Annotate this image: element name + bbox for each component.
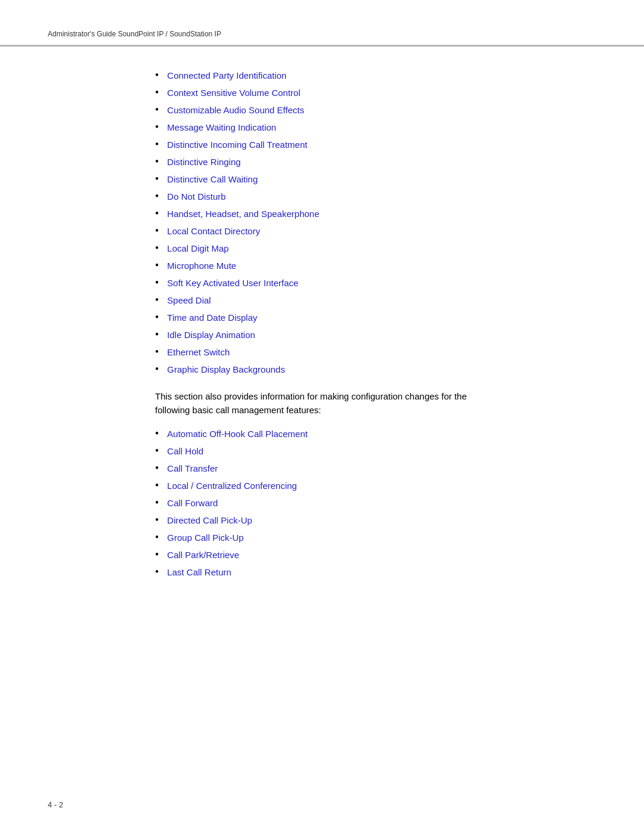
bullet-dot: • <box>155 462 159 475</box>
bullet-dot: • <box>155 363 159 376</box>
bullet-dot: • <box>155 208 159 220</box>
bullet-dot: • <box>155 86 159 99</box>
bullet-dot: • <box>155 69 159 82</box>
list-item: •Context Sensitive Volume Control <box>155 88 489 99</box>
bullet-dot: • <box>155 225 159 237</box>
feature-link[interactable]: Idle Display Animation <box>167 330 255 340</box>
feature-link[interactable]: Graphic Display Backgrounds <box>167 364 285 374</box>
list-item: •Handset, Headset, and Speakerphone <box>155 209 489 220</box>
feature-link[interactable]: Customizable Audio Sound Effects <box>167 105 304 115</box>
bullet-dot: • <box>155 566 159 578</box>
feature-link[interactable]: Microphone Mute <box>167 261 236 271</box>
bullet-dot: • <box>155 104 159 116</box>
list-item: •Call Forward <box>155 498 489 509</box>
bullet-dot: • <box>155 445 159 457</box>
feature-link[interactable]: Time and Date Display <box>167 312 257 323</box>
list-item: •Connected Party Identification <box>155 70 489 82</box>
feature-link[interactable]: Local Digit Map <box>167 243 228 253</box>
bullet-dot: • <box>155 428 159 440</box>
feature-link[interactable]: Do Not Disturb <box>167 191 225 202</box>
bullet-dot: • <box>155 121 159 134</box>
bullet-dot: • <box>155 138 159 151</box>
feature-link[interactable]: Call Park/Retrieve <box>167 550 239 560</box>
list-item: •Ethernet Switch <box>155 347 489 358</box>
bullet-dot: • <box>155 514 159 527</box>
list-item: •Time and Date Display <box>155 312 489 324</box>
list-item: •Idle Display Animation <box>155 330 489 341</box>
feature-link[interactable]: Ethernet Switch <box>167 347 230 357</box>
bullet-dot: • <box>155 242 159 255</box>
list-item: •Distinctive Call Waiting <box>155 174 489 185</box>
list-item: •Call Park/Retrieve <box>155 550 489 561</box>
feature-link[interactable]: Distinctive Call Waiting <box>167 174 258 184</box>
feature-link[interactable]: Distinctive Ringing <box>167 157 240 167</box>
bullet-dot: • <box>155 329 159 341</box>
feature-link[interactable]: Group Call Pick-Up <box>167 532 243 543</box>
bullet-dot: • <box>155 294 159 306</box>
feature-link[interactable]: Local / Centralized Conferencing <box>167 481 297 491</box>
bullet-dot: • <box>155 277 159 289</box>
feature-link[interactable]: Last Call Return <box>167 567 231 577</box>
list-item: •Message Waiting Indication <box>155 122 489 134</box>
list-item: •Customizable Audio Sound Effects <box>155 105 489 116</box>
page-header: Administrator's Guide SoundPoint IP / So… <box>0 0 644 45</box>
feature-link[interactable]: Speed Dial <box>167 295 210 305</box>
bullet-dot: • <box>155 497 159 509</box>
bullet-dot: • <box>155 479 159 492</box>
list-item: •Speed Dial <box>155 295 489 306</box>
page-number: 4 - 2 <box>48 800 63 809</box>
feature-link[interactable]: Automatic Off-Hook Call Placement <box>167 429 308 439</box>
bullet-dot: • <box>155 259 159 272</box>
list-item: •Distinctive Ringing <box>155 157 489 168</box>
bullet-dot: • <box>155 173 159 185</box>
list-item: •Microphone Mute <box>155 261 489 272</box>
list-item: •Local Contact Directory <box>155 226 489 237</box>
list-item: •Last Call Return <box>155 567 489 578</box>
feature-link[interactable]: Call Transfer <box>167 463 218 473</box>
bullet-dot: • <box>155 190 159 203</box>
list-item: •Group Call Pick-Up <box>155 532 489 544</box>
list-item: •Local Digit Map <box>155 243 489 255</box>
feature-link[interactable]: Message Waiting Indication <box>167 122 276 132</box>
bullet-dot: • <box>155 531 159 544</box>
bullet-dot: • <box>155 346 159 358</box>
feature-link[interactable]: Call Hold <box>167 446 203 456</box>
features-list-2: •Automatic Off-Hook Call Placement•Call … <box>155 429 489 578</box>
feature-link[interactable]: Context Sensitive Volume Control <box>167 88 300 98</box>
list-item: •Local / Centralized Conferencing <box>155 481 489 492</box>
bullet-dot: • <box>155 156 159 168</box>
feature-link[interactable]: Soft Key Activated User Interface <box>167 278 298 288</box>
header-text: Administrator's Guide SoundPoint IP / So… <box>48 30 221 38</box>
list-item: •Call Hold <box>155 446 489 457</box>
list-item: •Do Not Disturb <box>155 191 489 203</box>
feature-link[interactable]: Handset, Headset, and Speakerphone <box>167 209 319 219</box>
bullet-dot: • <box>155 311 159 324</box>
feature-link[interactable]: Directed Call Pick-Up <box>167 515 252 525</box>
description-text: This section also provides information f… <box>155 390 489 417</box>
feature-link[interactable]: Call Forward <box>167 498 218 508</box>
features-list-1: •Connected Party Identification•Context … <box>155 70 489 376</box>
bullet-dot: • <box>155 549 159 561</box>
list-item: •Distinctive Incoming Call Treatment <box>155 140 489 151</box>
page-content: •Connected Party Identification•Context … <box>0 47 644 640</box>
feature-link[interactable]: Connected Party Identification <box>167 70 286 80</box>
feature-link[interactable]: Local Contact Directory <box>167 226 260 236</box>
list-item: •Soft Key Activated User Interface <box>155 278 489 289</box>
list-item: •Automatic Off-Hook Call Placement <box>155 429 489 440</box>
list-item: •Directed Call Pick-Up <box>155 515 489 527</box>
list-item: •Call Transfer <box>155 463 489 475</box>
list-item: •Graphic Display Backgrounds <box>155 364 489 376</box>
feature-link[interactable]: Distinctive Incoming Call Treatment <box>167 140 307 150</box>
page-footer: 4 - 2 <box>48 800 63 809</box>
